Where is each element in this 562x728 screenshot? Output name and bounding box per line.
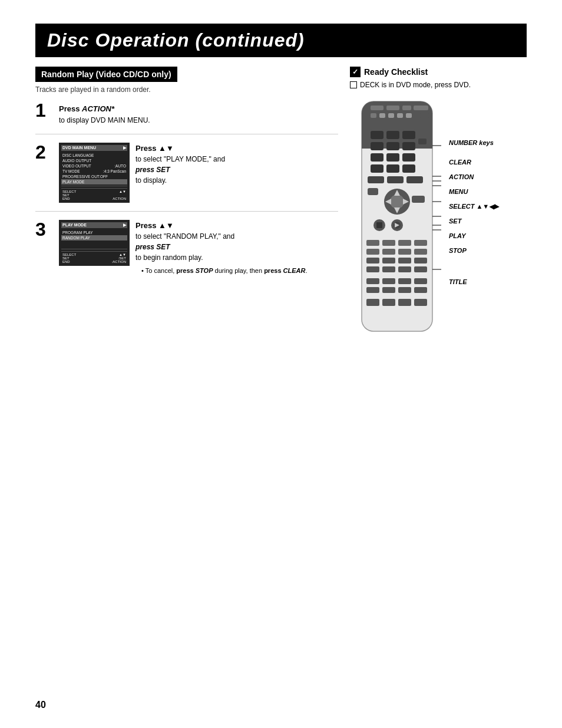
step-3-press: Press ▲▼ [135, 221, 174, 230]
svg-rect-49 [398, 249, 411, 255]
svg-rect-55 [366, 266, 379, 272]
step-3-inst2: to begin random play. [135, 253, 203, 262]
svg-rect-59 [366, 278, 379, 284]
step-1-press: Press ACTION* [59, 104, 114, 113]
svg-rect-62 [414, 278, 427, 284]
step-3-inst1: to select "RANDOM PLAY," and [135, 232, 234, 241]
screen-row-video: VIDEO OUTPUT:AUTO [61, 163, 127, 169]
svg-point-32 [390, 195, 404, 209]
svg-rect-12 [415, 113, 421, 118]
svg-rect-50 [414, 249, 427, 255]
title-bar: Disc Operation (continued) [35, 24, 527, 57]
step-2-number: 2 [35, 143, 53, 203]
svg-rect-13 [422, 113, 429, 118]
svg-rect-56 [382, 266, 395, 272]
step-3-content: PLAY MODE ▶ PROGRAM PLAY RANDOM PLAY SEL… [59, 220, 338, 276]
svg-rect-70 [414, 299, 427, 306]
svg-rect-48 [382, 249, 395, 255]
label-stop: STOP [449, 248, 498, 254]
svg-rect-63 [366, 287, 379, 293]
screen-row-progressive: PROGRESSIVE OUT:OFF [61, 174, 127, 179]
svg-rect-8 [379, 113, 385, 118]
svg-rect-26 [402, 164, 415, 173]
step-3-number: 3 [35, 220, 53, 276]
svg-rect-10 [397, 113, 403, 118]
svg-rect-18 [386, 142, 399, 150]
svg-rect-54 [414, 258, 427, 263]
step-2-inst1: to select "PLAY MODE," and [135, 155, 225, 163]
screen-row-audio: AUDIO OUTPUT [61, 158, 127, 163]
svg-rect-60 [382, 278, 395, 284]
step-3-bullet: To cancel, press STOP during play, then … [135, 266, 308, 275]
svg-rect-52 [382, 258, 395, 263]
step-2-screen: DVD MAIN MENU ▶ DISC LANGUAGE AUDIO OUTP… [59, 143, 130, 203]
svg-rect-11 [406, 113, 412, 118]
checklist-title: ✓ Ready Checklist [350, 67, 527, 77]
step-1-content: Press ACTION* to display DVD MAIN MENU. [59, 101, 150, 126]
intro-text: Tracks are played in a random order. [35, 85, 338, 94]
label-set: SET [449, 218, 498, 225]
step-1-key: ACTION [82, 104, 111, 113]
checklist-item-1-text: DECK is in DVD mode, press DVD. [360, 81, 471, 89]
step-2-text: Press ▲▼ to select "PLAY MODE," and pres… [135, 143, 225, 203]
label-play: PLAY [449, 233, 498, 239]
screen-bottom-3: SELECT▲▼ SET:SET END:ACTION [61, 251, 127, 263]
step-1: 1 Press ACTION* to display DVD MAIN MENU… [35, 101, 338, 134]
label-number-keys: NUMBER keys [449, 140, 498, 146]
label-menu: MENU [449, 189, 498, 195]
remote-labels: NUMBER keys CLEAR ACTION MENU SELECT ▲▼◀… [444, 98, 498, 294]
svg-rect-58 [414, 266, 427, 272]
remote-control [350, 98, 444, 348]
svg-rect-9 [388, 113, 394, 118]
svg-rect-44 [382, 240, 395, 246]
svg-rect-47 [366, 249, 379, 255]
svg-rect-57 [398, 266, 411, 272]
step-2: 2 DVD MAIN MENU ▶ DISC LANGUAGE AUDIO OU… [35, 143, 338, 212]
remote-svg [350, 98, 444, 346]
svg-rect-19 [402, 142, 415, 150]
svg-rect-7 [371, 113, 376, 118]
screen-divider-2 [61, 186, 127, 186]
section-heading: Random Play (Video CD/CD only) [35, 67, 177, 82]
svg-rect-28 [387, 176, 404, 183]
main-content: Random Play (Video CD/CD only) Tracks ar… [35, 67, 527, 348]
svg-rect-29 [406, 176, 423, 183]
screen-title-2: DVD MAIN MENU ▶ [61, 145, 127, 151]
svg-rect-61 [398, 278, 411, 284]
play-mode-screen: PLAY MODE ▶ PROGRAM PLAY RANDOM PLAY SEL… [59, 220, 130, 266]
step-3-screen: PLAY MODE ▶ PROGRAM PLAY RANDOM PLAY SEL… [59, 220, 130, 276]
screen-title-3: PLAY MODE ▶ [61, 222, 127, 228]
svg-rect-17 [371, 142, 384, 150]
screen-row-disc-lang: DISC LANGUAGE [61, 153, 127, 158]
left-column: Random Play (Video CD/CD only) Tracks ar… [35, 67, 338, 348]
label-title: TITLE [449, 279, 498, 285]
remote-section: NUMBER keys CLEAR ACTION MENU SELECT ▲▼◀… [350, 98, 527, 348]
page: Disc Operation (continued) Random Play (… [0, 0, 562, 728]
right-column: ✓ Ready Checklist DECK is in DVD mode, p… [350, 67, 527, 348]
svg-rect-22 [386, 153, 399, 162]
svg-rect-21 [371, 153, 384, 162]
svg-rect-65 [398, 287, 411, 293]
step-2-press: Press ▲▼ [135, 144, 174, 153]
svg-rect-53 [398, 258, 411, 263]
svg-rect-68 [382, 299, 395, 306]
svg-rect-37 [412, 196, 425, 203]
svg-rect-42 [376, 222, 382, 228]
step-2-set: press SET [135, 166, 170, 174]
label-action: ACTION [449, 174, 498, 180]
checklist-item-1: DECK is in DVD mode, press DVD. [350, 81, 527, 89]
screen-row-random: RANDOM PLAY [61, 235, 127, 241]
checklist-heading: Ready Checklist [364, 67, 428, 77]
step-3-text: Press ▲▼ to select "RANDOM PLAY," and pr… [135, 220, 308, 276]
page-title: Disc Operation (continued) [47, 29, 515, 51]
step-2-content: DVD MAIN MENU ▶ DISC LANGUAGE AUDIO OUTP… [59, 143, 338, 203]
step-1-text: Press ACTION* to display DVD MAIN MENU. [59, 103, 150, 126]
screen-row-playmode: PLAY MODE [61, 179, 127, 185]
checkbox-1 [350, 81, 357, 88]
checklist-icon: ✓ [350, 67, 361, 77]
svg-rect-64 [382, 287, 395, 293]
svg-rect-6 [414, 106, 428, 110]
svg-rect-5 [402, 106, 411, 110]
label-clear: CLEAR [449, 159, 498, 166]
screen-divider-3 [61, 249, 127, 249]
